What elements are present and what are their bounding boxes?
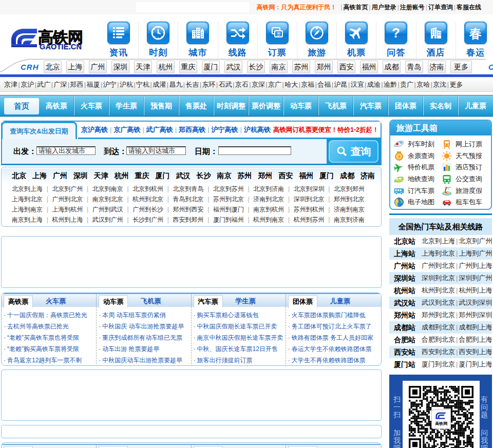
svg-text:?: ?: [397, 154, 401, 160]
svg-text:票: 票: [276, 32, 281, 37]
svg-text:春: 春: [469, 27, 482, 41]
svg-text:GAOTIE.CN: GAOTIE.CN: [40, 43, 82, 51]
svg-text:?: ?: [392, 25, 400, 41]
